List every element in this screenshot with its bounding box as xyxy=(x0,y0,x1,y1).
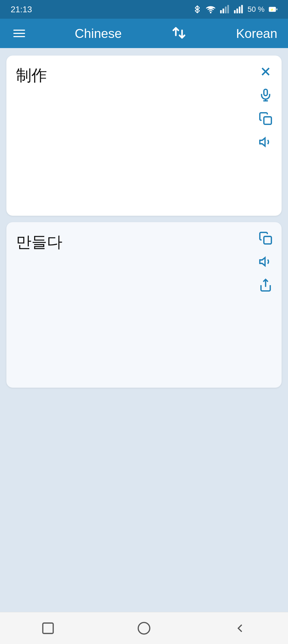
main-content: 制作 xyxy=(0,48,288,612)
svg-rect-5 xyxy=(234,10,236,13)
microphone-icon xyxy=(259,88,273,102)
recent-icon xyxy=(41,621,55,635)
hamburger-icon xyxy=(13,30,25,37)
svg-rect-16 xyxy=(264,117,271,124)
svg-rect-3 xyxy=(225,7,227,14)
wifi-icon xyxy=(206,5,215,14)
copy-icon xyxy=(259,112,273,125)
svg-rect-1 xyxy=(220,10,222,13)
swap-languages-button[interactable] xyxy=(169,23,189,44)
signal-icon xyxy=(220,5,229,14)
source-language-label[interactable]: Chinese xyxy=(75,26,122,41)
copy-target-button[interactable] xyxy=(258,230,274,246)
svg-rect-6 xyxy=(237,9,238,13)
back-icon xyxy=(233,621,247,635)
speaker-target-icon xyxy=(259,255,273,269)
swap-icon xyxy=(171,25,186,40)
listen-target-button[interactable] xyxy=(258,254,274,270)
copy-source-button[interactable] xyxy=(258,111,274,127)
source-card: 制作 xyxy=(6,56,282,216)
status-icons: 50 % xyxy=(193,5,277,14)
microphone-button[interactable] xyxy=(258,87,274,103)
status-bar: 21:13 50 % xyxy=(0,0,288,19)
target-card-actions xyxy=(258,230,274,293)
svg-rect-13 xyxy=(264,89,267,96)
recent-button[interactable] xyxy=(36,616,60,641)
status-time: 21:13 xyxy=(11,5,32,14)
clear-button[interactable] xyxy=(258,64,274,80)
svg-rect-18 xyxy=(264,237,271,244)
bottom-nav xyxy=(0,612,288,644)
svg-rect-7 xyxy=(239,7,241,14)
svg-rect-4 xyxy=(227,5,229,14)
target-card: 만들다 xyxy=(6,222,282,388)
svg-point-22 xyxy=(138,622,150,634)
target-text: 만들다 xyxy=(16,232,221,252)
home-icon xyxy=(137,621,151,635)
close-icon xyxy=(259,65,273,78)
home-button[interactable] xyxy=(132,616,156,641)
battery-text: 50 % xyxy=(247,5,265,14)
share-button[interactable] xyxy=(258,277,274,293)
listen-source-button[interactable] xyxy=(258,134,274,150)
battery-icon xyxy=(269,5,277,14)
svg-rect-21 xyxy=(43,623,53,633)
copy-target-icon xyxy=(259,231,273,245)
app-bar: Chinese Korean xyxy=(0,19,288,48)
svg-rect-2 xyxy=(223,9,224,13)
svg-point-0 xyxy=(210,12,211,13)
svg-marker-17 xyxy=(260,138,265,146)
signal2-icon xyxy=(234,5,243,14)
back-button[interactable] xyxy=(228,616,252,641)
bluetooth-icon xyxy=(193,5,202,14)
source-card-actions xyxy=(258,64,274,150)
target-language-label[interactable]: Korean xyxy=(236,26,277,41)
share-icon xyxy=(259,278,273,292)
svg-rect-10 xyxy=(270,8,273,11)
svg-rect-8 xyxy=(241,5,243,14)
speaker-icon xyxy=(259,135,273,149)
menu-button[interactable] xyxy=(11,27,28,40)
source-text[interactable]: 制作 xyxy=(16,65,221,85)
svg-marker-19 xyxy=(260,258,265,266)
